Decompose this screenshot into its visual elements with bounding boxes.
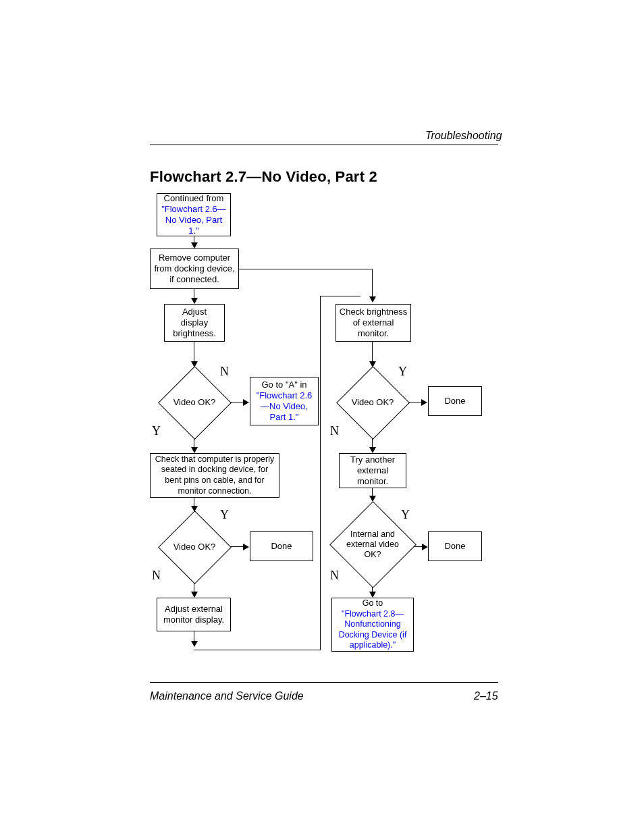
text: Done — [444, 541, 465, 552]
node-try-another-monitor: Try another external monitor. — [339, 453, 406, 488]
arrow-down-icon — [369, 296, 376, 303]
link-flowchart-2-6-a[interactable]: "Flowchart 2.6—No Video, Part 1." — [253, 390, 315, 423]
arrow-right-icon — [243, 544, 249, 550]
node-remove-from-dock: Remove computer from docking device, if … — [150, 249, 239, 289]
connector — [194, 650, 321, 650]
text: Internal and external video OK? — [337, 502, 408, 587]
footer-guide-name: Maintenance and Service Guide — [150, 690, 304, 702]
arrow-right-icon — [243, 399, 249, 406]
connector — [320, 296, 360, 296]
label-y: Y — [401, 508, 410, 522]
arrow-down-icon — [369, 592, 376, 598]
connector — [320, 296, 321, 650]
node-goto-a: Go to "A" in "Flowchart 2.6—No Video, Pa… — [250, 377, 319, 425]
node-continued-from: Continued from "Flowchart 2.6—No Video, … — [157, 193, 231, 236]
node-check-ext-brightness: Check brightness of external monitor. — [336, 304, 411, 342]
text: Done — [444, 396, 465, 407]
node-done-1: Done — [428, 386, 482, 416]
link-flowchart-2-6[interactable]: "Flowchart 2.6—No Video, Part 1." — [160, 204, 227, 237]
text: Continued from — [164, 193, 224, 204]
label-n: N — [330, 424, 339, 438]
connector — [372, 342, 373, 363]
connector — [372, 269, 373, 298]
text: Adjust external monitor display. — [160, 604, 227, 626]
text: Go to "A" in — [261, 380, 306, 390]
label-n: N — [152, 569, 161, 583]
page-title: Flowchart 2.7—No Video, Part 2 — [150, 168, 377, 186]
arrow-down-icon — [191, 298, 198, 304]
header-rule — [150, 145, 498, 145]
arrow-right-icon — [421, 399, 427, 406]
text: Check that computer is properly seated i… — [153, 454, 276, 497]
node-goto-2-8: Go to "Flowchart 2.8—Nonfunctioning Dock… — [331, 598, 414, 652]
arrow-down-icon — [369, 447, 376, 453]
footer-page-number: 2–15 — [474, 690, 498, 702]
text: Adjust display brightness. — [167, 307, 221, 340]
text: Remove computer from docking device, if … — [153, 253, 236, 286]
arrow-down-icon — [191, 592, 198, 598]
text: Try another external monitor. — [342, 454, 403, 488]
node-adjust-brightness: Adjust display brightness. — [164, 304, 225, 342]
label-y: Y — [220, 508, 229, 522]
node-check-seated: Check that computer is properly seated i… — [150, 453, 279, 498]
arrow-down-icon — [191, 242, 198, 249]
text: Check brightness of external monitor. — [339, 307, 408, 340]
label-n: N — [220, 365, 229, 379]
link-flowchart-2-8[interactable]: "Flowchart 2.8—Nonfunctioning Docking De… — [335, 609, 410, 652]
arrow-right-icon — [422, 544, 428, 550]
node-done-3: Done — [428, 531, 482, 561]
text: Go to — [363, 598, 383, 609]
label-n: N — [330, 569, 339, 583]
arrow-down-icon — [191, 447, 198, 453]
node-done-2: Done — [250, 531, 313, 561]
page: Troubleshooting Flowchart 2.7—No Video, … — [0, 0, 644, 834]
node-adjust-external-display: Adjust external monitor display. — [157, 598, 231, 631]
label-y: Y — [398, 365, 407, 379]
connector — [239, 269, 373, 269]
text: Done — [271, 541, 292, 552]
label-y: Y — [152, 424, 161, 438]
arrow-down-icon — [191, 641, 198, 647]
connector — [194, 342, 194, 363]
section-header: Troubleshooting — [425, 130, 502, 142]
footer-rule — [150, 682, 498, 683]
